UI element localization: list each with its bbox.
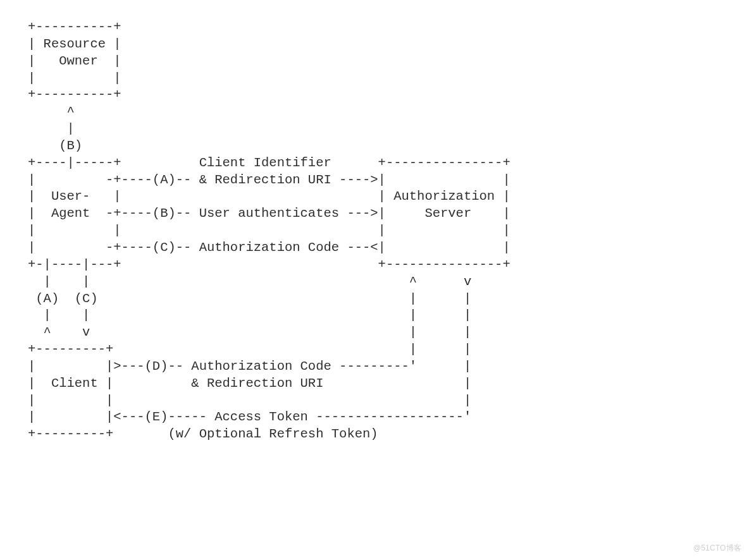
- watermark-text: @51CTO博客: [693, 543, 741, 554]
- oauth-ascii-diagram: +----------+ | Resource | | Owner | | | …: [0, 0, 749, 443]
